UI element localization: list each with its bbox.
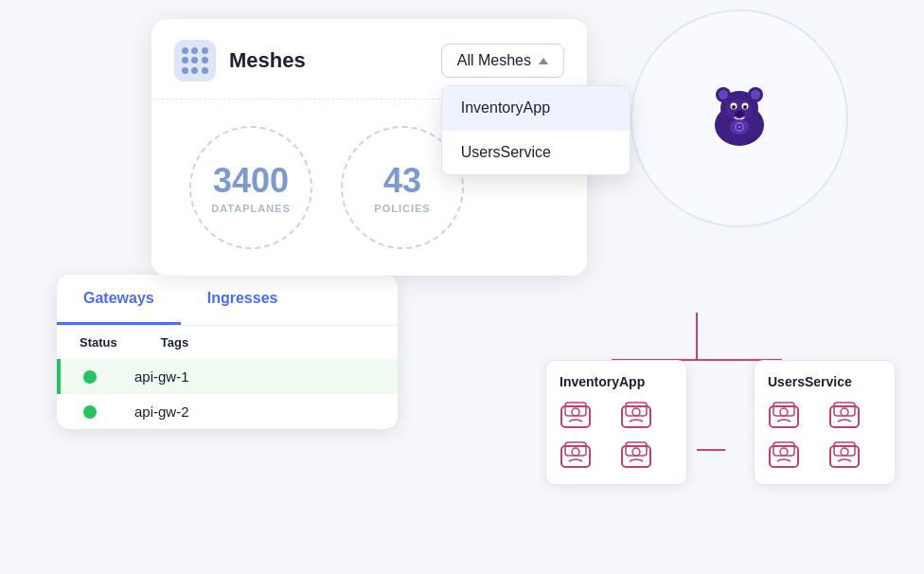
dropdown-option-inventoryapp[interactable]: InventoryApp xyxy=(442,86,630,131)
option-label-inventory: InventoryApp xyxy=(461,99,550,116)
service-icon xyxy=(560,399,592,431)
meshes-dropdown[interactable]: All Meshes InventoryApp UsersService xyxy=(441,44,564,78)
svg-rect-21 xyxy=(565,403,586,416)
page-scene: Meshes All Meshes InventoryApp UsersServ… xyxy=(0,0,924,574)
service-icon xyxy=(768,399,800,431)
meshes-card: Meshes All Meshes InventoryApp UsersServ… xyxy=(151,19,587,276)
table-row[interactable]: api-gw-1 xyxy=(57,359,398,394)
svg-point-10 xyxy=(743,105,747,109)
tab-gateways-label: Gateways xyxy=(83,290,154,306)
svg-rect-24 xyxy=(626,403,647,416)
dataplanes-label: DATAPLANES xyxy=(211,203,291,214)
users-icons-grid xyxy=(768,399,881,471)
header-tags: Tags xyxy=(161,335,188,350)
dataplanes-number: 3400 xyxy=(213,161,289,201)
table-header: Status Tags xyxy=(57,326,398,359)
gateways-card: Gateways Ingresses Status Tags api-gw-1 … xyxy=(57,275,398,429)
svg-point-25 xyxy=(632,408,640,416)
inventory-app-box: InventoryApp xyxy=(545,360,687,485)
service-icon xyxy=(620,399,652,431)
inventory-icons-grid xyxy=(560,399,673,471)
inventory-app-title: InventoryApp xyxy=(560,374,673,389)
users-service-box: UsersService xyxy=(754,360,896,485)
tab-ingresses-label: Ingresses xyxy=(207,290,278,306)
svg-point-34 xyxy=(780,408,788,416)
svg-point-5 xyxy=(751,90,760,99)
status-dot-green xyxy=(83,370,97,384)
grid-icon xyxy=(174,40,216,81)
svg-point-4 xyxy=(719,90,728,99)
dropdown-label: All Meshes xyxy=(457,52,531,69)
policies-label: POLICIES xyxy=(374,203,430,214)
dropdown-option-usersservice[interactable]: UsersService xyxy=(442,131,630,174)
users-service-title: UsersService xyxy=(768,374,881,389)
meshes-title: Meshes xyxy=(229,48,306,73)
row-tag-2: api-gw-2 xyxy=(134,404,189,420)
svg-point-14 xyxy=(738,126,741,129)
dropdown-menu: InventoryApp UsersService xyxy=(441,85,631,175)
dropdown-button[interactable]: All Meshes xyxy=(441,44,564,78)
mesh-diagram: InventoryApp xyxy=(489,303,905,549)
service-icon xyxy=(620,439,652,471)
tab-ingresses[interactable]: Ingresses xyxy=(181,275,305,325)
svg-point-31 xyxy=(632,448,640,456)
svg-point-6 xyxy=(726,99,753,121)
svg-point-22 xyxy=(572,408,579,416)
status-dot-green-2 xyxy=(83,405,97,419)
svg-point-11 xyxy=(735,111,744,117)
svg-point-28 xyxy=(572,448,579,456)
svg-rect-30 xyxy=(626,442,647,456)
tab-gateways[interactable]: Gateways xyxy=(57,275,181,325)
svg-rect-27 xyxy=(565,442,586,456)
option-label-users: UsersService xyxy=(461,144,551,160)
dropdown-arrow-icon xyxy=(539,58,548,64)
svg-point-9 xyxy=(732,105,736,109)
svg-point-40 xyxy=(780,448,788,456)
meshes-header: Meshes All Meshes InventoryApp UsersServ… xyxy=(151,19,587,99)
service-icon xyxy=(560,439,592,471)
table-row[interactable]: api-gw-2 xyxy=(57,394,398,429)
service-icon xyxy=(768,439,800,471)
service-icon xyxy=(828,439,861,471)
svg-rect-36 xyxy=(834,403,855,416)
service-icon xyxy=(828,399,861,431)
svg-point-37 xyxy=(841,408,848,416)
policies-number: 43 xyxy=(383,161,421,201)
svg-rect-33 xyxy=(773,403,794,416)
gateways-table: Status Tags api-gw-1 api-gw-2 xyxy=(57,326,398,429)
gateways-tabs: Gateways Ingresses xyxy=(57,275,398,326)
svg-rect-39 xyxy=(773,442,794,456)
kuma-logo-circle xyxy=(631,9,848,227)
header-status: Status xyxy=(80,335,117,350)
kuma-bear-icon xyxy=(697,76,782,161)
dataplanes-stat: 3400 DATAPLANES xyxy=(189,126,312,249)
row-tag-1: api-gw-1 xyxy=(134,368,189,385)
svg-rect-42 xyxy=(834,442,855,456)
svg-point-43 xyxy=(841,448,848,456)
